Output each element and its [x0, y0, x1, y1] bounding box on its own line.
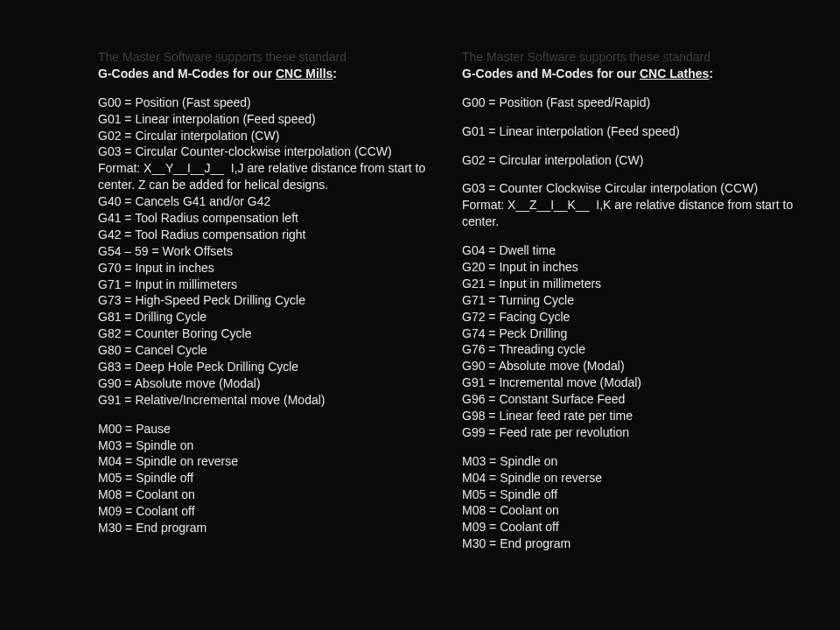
lathes-gcode-line: G74 = Peck Drilling — [462, 326, 812, 342]
lathes-gcode-line: G71 = Turning Cycle — [462, 292, 812, 309]
mills-mcode-list: M00 = PauseM03 = Spindle onM04 = Spindle… — [98, 421, 448, 536]
lathes-gcode-line: G96 = Constant Surface Feed — [462, 391, 812, 408]
lathes-gcode-line: G72 = Facing Cycle — [462, 309, 812, 326]
mills-gcode-line: G02 = Circular interpolation (CW) — [98, 128, 448, 144]
spacer — [462, 111, 812, 123]
lathes-intro-underline: CNC Lathes — [640, 66, 709, 80]
column-lathes: The Master Software supports these stand… — [448, 49, 812, 552]
spacer — [98, 82, 448, 94]
mills-mcode-line: M03 = Spindle on — [98, 438, 448, 454]
mills-gcode-line: G81 = Drilling Cycle — [98, 309, 448, 326]
lathes-intro-post: : — [709, 66, 713, 80]
mills-mcode-line: M04 = Spindle on reverse — [98, 453, 448, 470]
mills-gcode-line: G71 = Input in millimeters — [98, 276, 448, 293]
spacer — [462, 230, 812, 242]
mills-gcode-line: G91 = Relative/Incremental move (Modal) — [98, 392, 448, 409]
lathes-gcode-line: G76 = Threading cycle — [462, 341, 812, 358]
mills-gcode-line: G90 = Absolute move (Modal) — [98, 375, 448, 392]
mills-mcode-line: M09 = Coolant off — [98, 503, 448, 520]
mills-intro-post: : — [332, 66, 337, 80]
lathe-g01: G01 = Linear interpolation (Feed speed) — [462, 123, 812, 140]
spacer — [462, 82, 812, 94]
lathes-gcode-line: G21 = Input in millimeters — [462, 276, 812, 292]
mills-gcode-list: G00 = Position (Fast speed)G01 = Linear … — [98, 94, 448, 409]
lathe-g03-line: G03 = Counter Clockwise Circular interpo… — [462, 180, 812, 197]
lathes-gcode-line: G90 = Absolute move (Modal) — [462, 358, 812, 374]
mills-mcode-line: M05 = Spindle off — [98, 470, 448, 486]
lathes-mcode-line: M03 = Spindle on — [462, 453, 812, 470]
spacer — [98, 409, 448, 421]
mills-mcode-line: M08 = Coolant on — [98, 486, 448, 503]
lathes-mcode-line: M30 = End program — [462, 536, 812, 552]
lathes-gcode-line: G99 = Feed rate per revolution — [462, 424, 812, 441]
mills-gcode-line: G40 = Cancels G41 and/or G42 — [98, 193, 448, 210]
lathes-gcode-line: G20 = Input in inches — [462, 259, 812, 276]
mills-mcode-line: M30 = End program — [98, 520, 448, 536]
column-mills: The Master Software supports these stand… — [0, 49, 448, 552]
lathe-g00: G00 = Position (Fast speed/Rapid) — [462, 94, 812, 111]
mills-gcode-line: G83 = Deep Hole Peck Drilling Cycle — [98, 359, 448, 375]
mills-gcode-line: G82 = Counter Boring Cycle — [98, 326, 448, 342]
mills-gcode-line: G54 – 59 = Work Offsets — [98, 243, 448, 260]
lathes-mcode-line: M05 = Spindle off — [462, 486, 812, 503]
lathes-gcode-rest: G04 = Dwell timeG20 = Input in inchesG21… — [462, 242, 812, 441]
lathes-mcode-line: M04 = Spindle on reverse — [462, 470, 812, 486]
lathes-mcode-line: M09 = Coolant off — [462, 519, 812, 536]
lathe-g03-format: Format: X__Z__I__K__ I,K are relative di… — [462, 197, 812, 230]
lathes-intro-line2: G-Codes and M-Codes for our CNC Lathes: — [462, 66, 812, 82]
mills-gcode-line: Format: X__Y__I__J__ I,J are relative di… — [98, 160, 448, 193]
mills-intro-line1: The Master Software supports these stand… — [98, 49, 448, 66]
mills-gcode-line: G03 = Circular Counter-clockwise interpo… — [98, 144, 448, 160]
lathes-intro-pre: G-Codes and M-Codes for our — [462, 66, 640, 80]
mills-gcode-line: G01 = Linear interpolation (Feed speed) — [98, 111, 448, 128]
mills-gcode-line: G73 = High-Speed Peck Drilling Cycle — [98, 292, 448, 309]
mills-intro-line2: G-Codes and M-Codes for our CNC Mills: — [98, 66, 448, 82]
lathes-gcode-line: G04 = Dwell time — [462, 242, 812, 259]
spacer — [462, 140, 812, 152]
page: The Master Software supports these stand… — [0, 0, 840, 552]
lathes-intro-line1: The Master Software supports these stand… — [462, 49, 812, 66]
mills-intro-pre: G-Codes and M-Codes for our — [98, 66, 276, 80]
mills-gcode-line: G80 = Cancel Cycle — [98, 342, 448, 359]
lathes-mcode-list: M03 = Spindle onM04 = Spindle on reverse… — [462, 453, 812, 552]
spacer — [462, 168, 812, 180]
mills-gcode-line: G41 = Tool Radius compensation left — [98, 210, 448, 227]
mills-mcode-line: M00 = Pause — [98, 421, 448, 438]
lathes-mcode-line: M08 = Coolant on — [462, 502, 812, 519]
mills-gcode-line: G00 = Position (Fast speed) — [98, 94, 448, 111]
lathes-gcode-line: G91 = Incremental move (Modal) — [462, 374, 812, 391]
spacer — [462, 441, 812, 453]
mills-intro-underline: CNC Mills — [276, 66, 332, 80]
lathes-gcode-line: G98 = Linear feed rate per time — [462, 408, 812, 424]
mills-gcode-line: G42 = Tool Radius compensation right — [98, 227, 448, 243]
lathe-g02: G02 = Circular interpolation (CW) — [462, 152, 812, 169]
mills-gcode-line: G70 = Input in inches — [98, 260, 448, 276]
